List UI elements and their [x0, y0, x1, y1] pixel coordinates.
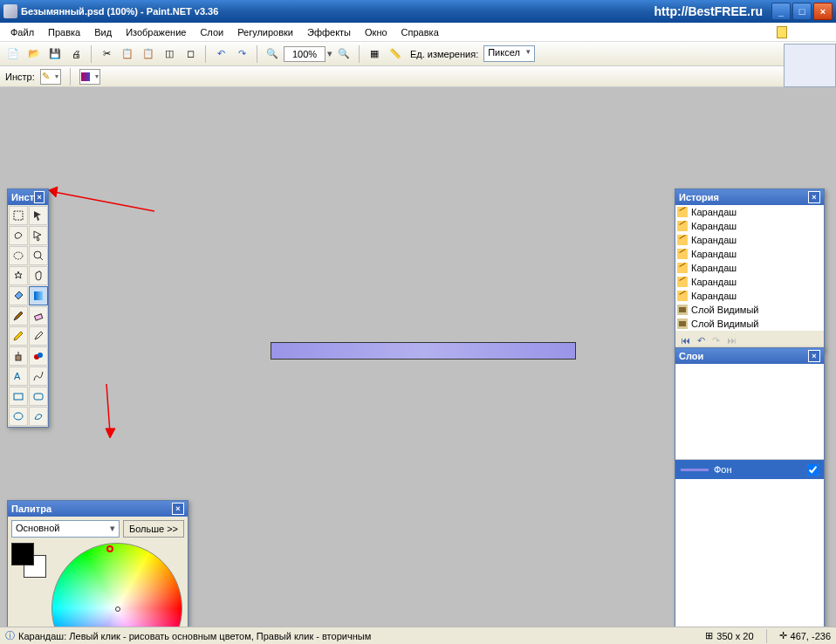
paste-icon: 📋 — [142, 48, 154, 59]
menu-layers[interactable]: Слои — [193, 25, 230, 39]
history-item[interactable]: Карандаш — [675, 219, 824, 233]
tools-panel-header[interactable]: Инст × — [8, 189, 48, 205]
menu-adjustments[interactable]: Регулировки — [230, 25, 300, 39]
maximize-button[interactable]: □ — [792, 3, 812, 20]
history-last-button[interactable]: ⏭ — [727, 335, 737, 346]
watermark-url: http://BestFREE.ru — [654, 4, 763, 18]
recolor-tool[interactable] — [29, 346, 48, 366]
zoom-tool[interactable] — [29, 246, 48, 265]
history-item[interactable]: Слой Видимый — [675, 317, 824, 331]
canvas[interactable] — [271, 342, 576, 360]
minimize-button[interactable]: _ — [771, 3, 791, 20]
save-button[interactable]: 💾 — [45, 45, 65, 64]
menu-image[interactable]: Изображение — [119, 25, 193, 39]
rect-select-tool[interactable] — [9, 206, 28, 225]
lasso-tool[interactable] — [9, 226, 28, 245]
units-select[interactable]: Пиксел — [483, 45, 535, 62]
pencil-icon — [677, 207, 688, 217]
gradient-tool[interactable] — [29, 286, 48, 305]
line-tool[interactable] — [29, 367, 48, 386]
main-toolbar: 📄 📂 💾 🖨 ✂ 📋 📋 ◫ ◻ ↶ ↷ 🔍 ▾ 🔍 ▦ 📏 Ед. изме… — [0, 42, 836, 66]
grid-icon: ▦ — [370, 48, 379, 59]
svg-line-2 — [106, 384, 110, 433]
brush-tool[interactable] — [9, 306, 28, 325]
svg-text:A: A — [14, 371, 21, 381]
palette-mode-select[interactable]: Основной — [11, 520, 120, 538]
zoom-input[interactable] — [284, 46, 325, 62]
pencil-icon — [677, 249, 688, 259]
paste-button[interactable]: 📋 — [139, 45, 158, 64]
history-undo-button[interactable]: ↶ — [697, 335, 705, 346]
history-item[interactable]: Карандаш — [675, 275, 824, 289]
copy-button[interactable]: 📋 — [118, 45, 137, 64]
history-item[interactable]: Карандаш — [675, 289, 824, 303]
pencil-tool[interactable] — [9, 326, 28, 346]
palette-close-icon[interactable]: × — [172, 503, 184, 515]
history-item[interactable]: Карандаш — [675, 247, 824, 261]
menu-help[interactable]: Справка — [394, 25, 446, 39]
print-button[interactable]: 🖨 — [66, 45, 86, 64]
menu-window[interactable]: Окно — [358, 25, 394, 39]
crop-button[interactable]: ◫ — [160, 45, 179, 64]
workspace[interactable]: Инст × A — [0, 87, 836, 627]
ellipse-select-tool[interactable] — [9, 246, 28, 265]
menu-view[interactable]: Вид — [87, 25, 119, 39]
layer-visible-checkbox[interactable] — [807, 464, 819, 476]
history-item[interactable]: Карандаш — [675, 261, 824, 275]
clone-tool[interactable] — [9, 346, 28, 366]
palette-more-button[interactable]: Больше >> — [123, 520, 184, 538]
history-item[interactable]: Карандаш — [675, 233, 824, 247]
text-tool[interactable]: A — [9, 367, 28, 386]
history-item[interactable]: Слой Видимый — [675, 303, 824, 317]
cut-button[interactable]: ✂ — [97, 45, 116, 64]
history-header[interactable]: История × — [675, 189, 824, 205]
layer-thumb — [681, 469, 709, 471]
zoom-in-button[interactable]: 🔍 — [334, 45, 353, 64]
menu-effects[interactable]: Эффекты — [300, 25, 358, 39]
grid-button[interactable]: ▦ — [365, 45, 384, 64]
active-tool-select[interactable]: ✎ — [40, 69, 61, 85]
history-redo-button[interactable]: ↷ — [712, 335, 720, 346]
pan-tool[interactable] — [29, 266, 48, 285]
zoom-out-button[interactable]: 🔍 — [263, 45, 282, 64]
wand-tool[interactable] — [9, 266, 28, 285]
svg-line-0 — [54, 192, 154, 211]
new-button[interactable]: 📄 — [3, 45, 23, 64]
palette-header[interactable]: Палитра × — [8, 501, 188, 517]
color-swatches[interactable] — [11, 543, 46, 578]
eraser-tool[interactable] — [29, 306, 48, 325]
aux-right-panel — [784, 44, 836, 87]
menu-edit[interactable]: Правка — [41, 25, 87, 39]
freeform-tool[interactable] — [29, 407, 48, 426]
redo-button[interactable]: ↷ — [232, 45, 251, 64]
svg-point-6 — [34, 251, 41, 258]
wheel-marker — [106, 545, 113, 552]
layer-row[interactable]: Фон — [675, 460, 824, 479]
layers-header[interactable]: Слои × — [675, 348, 824, 364]
note-icon[interactable] — [777, 26, 787, 38]
bucket-tool[interactable] — [9, 286, 28, 305]
roundrect-tool[interactable] — [29, 387, 48, 406]
fill-style-select[interactable] — [79, 69, 100, 85]
close-button[interactable]: × — [813, 3, 833, 20]
ruler-button[interactable]: 📏 — [386, 45, 405, 64]
layers-close-icon[interactable]: × — [808, 350, 820, 362]
move-sel-tool[interactable] — [29, 206, 48, 225]
rect-tool[interactable] — [9, 387, 28, 406]
zoom-in-icon: 🔍 — [338, 48, 350, 59]
tools-close-icon[interactable]: × — [34, 191, 45, 203]
open-button[interactable]: 📂 — [24, 45, 44, 64]
color-wheel[interactable] — [51, 543, 182, 627]
ellipse-tool[interactable] — [9, 407, 28, 426]
primary-color-swatch[interactable] — [11, 543, 34, 565]
menu-file[interactable]: Файл — [3, 25, 41, 39]
deselect-button[interactable]: ◻ — [181, 45, 200, 64]
history-item[interactable]: Карандаш — [675, 205, 824, 219]
history-first-button[interactable]: ⏮ — [681, 335, 690, 346]
move-tool[interactable] — [29, 226, 48, 245]
history-item-label: Карандаш — [691, 277, 737, 287]
picker-tool[interactable] — [29, 326, 48, 346]
history-close-icon[interactable]: × — [808, 191, 820, 203]
undo-button[interactable]: ↶ — [211, 45, 230, 64]
zoom-dropdown-icon[interactable]: ▾ — [327, 48, 332, 59]
